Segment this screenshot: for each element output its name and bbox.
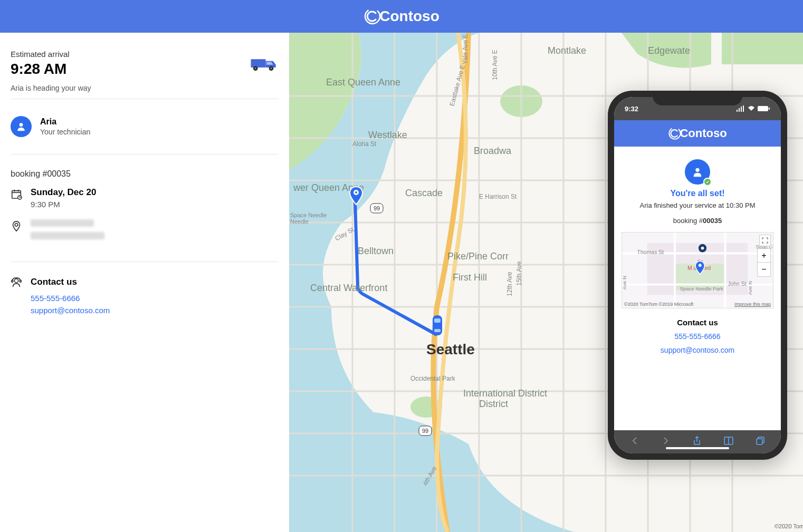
phone-contact-title: Contact us xyxy=(622,318,773,327)
svg-rect-54 xyxy=(769,108,770,110)
svg-text:John St: John St xyxy=(728,280,747,286)
map-label: First Hill xyxy=(453,272,487,283)
map-label: Broadwa xyxy=(474,146,512,156)
svg-rect-52 xyxy=(743,105,744,112)
signal-icon xyxy=(737,105,745,112)
eta-label: Estimated arrival xyxy=(11,50,70,59)
map-street: Needle xyxy=(290,218,309,225)
svg-text:99: 99 xyxy=(422,428,428,434)
phone-map-attribution: ©2020 TomTom ©2019 Microsoft xyxy=(624,302,693,307)
svg-point-4 xyxy=(270,67,272,70)
support-headset-icon xyxy=(11,277,22,288)
technician-section: Aria Your technician xyxy=(11,99,279,154)
brand-text: Contoso xyxy=(379,8,439,25)
phone-confirmation-title: You're all set! xyxy=(622,189,773,198)
map-street: Space Needle xyxy=(290,212,327,218)
map-label: Edgewate xyxy=(648,45,690,56)
map-street: 15th Ave xyxy=(515,261,523,286)
phone-map-improve-link[interactable]: Improve this map xyxy=(734,302,771,307)
highway-shield: 99 xyxy=(370,204,383,213)
svg-point-14 xyxy=(14,279,18,283)
svg-rect-48 xyxy=(434,329,441,332)
vehicle-marker-icon xyxy=(429,312,445,338)
phone-contact-phone-link[interactable]: 555-555-6666 xyxy=(622,332,773,341)
tabs-icon[interactable] xyxy=(756,436,765,448)
bookmarks-icon[interactable] xyxy=(723,436,734,448)
map-label: East Queen Anne xyxy=(326,77,400,88)
svg-text:99: 99 xyxy=(374,205,380,211)
map-label: International District xyxy=(463,388,547,399)
phone-finished-text: Aria finished your service at 10:30 PM xyxy=(622,201,773,209)
phone-avatar-icon xyxy=(685,159,710,185)
map-city-label: Seattle xyxy=(426,341,475,357)
svg-text:Ave N: Ave N xyxy=(622,276,627,290)
map-street: Aloha St xyxy=(352,140,377,148)
eta-section: Estimated arrival 9:28 AM Aria is headin… xyxy=(11,43,279,99)
phone-header: Contoso xyxy=(614,120,781,147)
svg-point-2 xyxy=(255,67,257,70)
brand-logo: Contoso xyxy=(364,7,439,25)
svg-rect-15 xyxy=(12,280,13,282)
map-label: Westlake xyxy=(368,130,407,140)
delivery-van-icon xyxy=(249,55,279,72)
svg-point-13 xyxy=(15,224,18,227)
map-street: 10th Ave E xyxy=(491,50,499,80)
svg-point-56 xyxy=(695,168,699,172)
svg-rect-51 xyxy=(741,107,742,112)
contact-title: Contact us xyxy=(31,277,77,287)
map-label: Montlake xyxy=(548,45,586,56)
app-header: Contoso xyxy=(0,0,803,33)
phone-contact-email-link[interactable]: support@contoso.com xyxy=(622,346,773,354)
phone-status-time: 9:32 xyxy=(625,105,638,113)
contact-section: Contact us 555-555-6666 support@contoso.… xyxy=(11,262,279,324)
svg-rect-50 xyxy=(739,108,740,112)
sidebar-panel: Estimated arrival 9:28 AM Aria is headin… xyxy=(0,33,289,532)
phone-home-indicator xyxy=(666,447,729,449)
location-pin-icon xyxy=(11,220,22,232)
battery-icon xyxy=(758,105,770,112)
svg-text:Thomas St: Thomas St xyxy=(637,249,664,255)
svg-text:Space Needle Park: Space Needle Park xyxy=(680,286,723,292)
phone-body: You're all set! Aria finished your servi… xyxy=(614,147,781,370)
destination-pin-icon xyxy=(348,186,364,206)
svg-rect-53 xyxy=(758,106,768,111)
zoom-out-button[interactable]: − xyxy=(758,263,770,276)
phone-mockup: 9:32 Contoso xyxy=(608,91,787,460)
share-icon[interactable] xyxy=(692,436,702,448)
svg-rect-46 xyxy=(433,315,442,335)
svg-rect-47 xyxy=(434,318,441,323)
svg-point-45 xyxy=(355,191,357,194)
svg-rect-16 xyxy=(20,280,21,282)
booking-date: Sunday, Dec 20 xyxy=(31,187,96,198)
map-label: Pike/Pine Corr xyxy=(447,251,509,262)
booking-time: 9:30 PM xyxy=(31,200,96,209)
phone-screen: 9:32 Contoso xyxy=(614,97,781,453)
phone-mini-map[interactable]: Thomas St John St Ave N Ave N tle M ail … xyxy=(622,232,773,308)
back-icon[interactable] xyxy=(630,436,639,448)
address-redacted xyxy=(31,219,104,245)
svg-point-74 xyxy=(699,264,702,267)
zoom-in-button[interactable]: + xyxy=(758,249,770,263)
map-label: Cascade xyxy=(405,188,443,198)
booking-section: booking #00035 Sunday, Dec 20 9:30 PM xyxy=(11,154,279,262)
booking-label: booking #00035 xyxy=(11,169,279,179)
svg-point-0 xyxy=(364,7,381,25)
svg-point-5 xyxy=(20,123,23,127)
map-expand-button[interactable] xyxy=(759,235,771,246)
map-zoom-control: + − xyxy=(757,248,771,277)
svg-rect-49 xyxy=(737,110,738,112)
contact-email-link[interactable]: support@contoso.com xyxy=(31,306,279,315)
check-badge-icon xyxy=(703,178,712,186)
phone-map-canvas: Thomas St John St Ave N Ave N tle M ail … xyxy=(622,233,773,308)
map-area[interactable]: East Queen Anne wer Queen Anne Westlake … xyxy=(289,33,803,532)
map-label: Occidental Park xyxy=(410,375,456,382)
phone-brand-logo: Contoso xyxy=(668,127,726,140)
map-label: Central Waterfront xyxy=(310,283,387,293)
wifi-icon xyxy=(747,105,756,112)
forward-icon[interactable] xyxy=(661,436,671,448)
map-street: E Harrison St xyxy=(479,193,517,200)
contact-phone-link[interactable]: 555-555-6666 xyxy=(31,294,279,303)
phone-status-icons xyxy=(737,105,770,112)
map-label: District xyxy=(479,399,508,409)
highway-shield: 99 xyxy=(419,426,432,436)
